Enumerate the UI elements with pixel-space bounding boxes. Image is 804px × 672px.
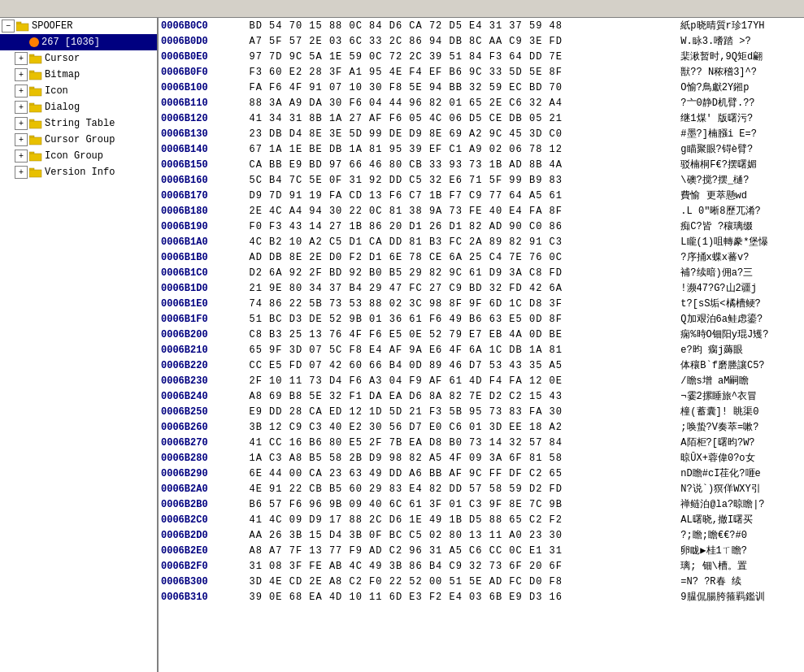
hex-bytes: 4C B2 10 A2 C5 D1 CA DD 81 B3 FC 2A 89 8… [246, 234, 678, 249]
hex-addr: 0006B1C0 [159, 265, 246, 280]
hex-addr: 0006B2C0 [159, 512, 246, 527]
hex-bytes: 2F 10 11 73 D4 F6 A3 04 F9 AF 61 4D F4 F… [246, 373, 678, 388]
hex-text: 橦(蓄囊]! 眺渠0 [678, 404, 804, 419]
hex-row[interactable]: 0006B11088 3A A9 DA 30 F6 04 44 96 82 01… [159, 95, 804, 111]
menu-action[interactable] [42, 7, 55, 11]
hex-row[interactable]: 0006B220CC E5 FD 07 42 60 66 B4 0D 89 46… [159, 358, 804, 373]
menu-edit[interactable] [16, 7, 29, 11]
hex-text: \礇?搅?摆_樋? [678, 172, 804, 188]
hex-row[interactable]: 0006B1B0AD DB 8E 2E D0 F2 D1 6E 78 CE 6A… [159, 249, 804, 265]
hex-row[interactable]: 0006B200C8 B3 25 13 76 4F F6 E5 0E 52 79… [159, 327, 804, 342]
hex-row[interactable]: 0006B2E0A8 A7 7F 13 77 F9 AD C2 96 31 A5… [159, 543, 804, 558]
hex-bytes: 2E 4C A4 94 30 22 0C 81 38 9A 73 FE 40 E… [246, 203, 678, 219]
hex-row[interactable]: 0006B31039 0E 68 EA 4D 10 11 6D E3 F2 E4… [159, 589, 804, 605]
hex-row[interactable]: 0006B0D0A7 5F 57 2E 03 6C 33 2C 86 94 DB… [159, 33, 804, 49]
hex-row[interactable]: 0006B13023 DB D4 8E 3E 5D 99 DE D9 8E 69… [159, 126, 804, 141]
hex-addr: 0006B220 [159, 358, 246, 373]
tree-expander-bitmap[interactable] [15, 68, 28, 81]
tree-expander-cursor[interactable] [15, 52, 28, 65]
hex-row[interactable]: 0006B1F051 BC D3 DE 52 9B 01 36 61 F6 49… [159, 311, 804, 327]
hex-addr: 0006B1A0 [159, 234, 246, 249]
svg-rect-11 [29, 121, 41, 128]
folder-icon-cursor [29, 53, 42, 64]
svg-rect-3 [29, 56, 41, 63]
hex-row[interactable]: 0006B0C0BD 54 70 15 88 0C 84 D6 CA 72 D5… [159, 18, 804, 33]
tree-expander-version-info[interactable] [15, 166, 28, 179]
hex-table-container[interactable]: 0006B0C0BD 54 70 15 88 0C 84 D6 CA 72 D5… [159, 18, 804, 672]
hex-bytes: F0 F3 43 14 27 1B 86 20 D1 26 D1 82 AD 9… [246, 219, 678, 234]
hex-table: 0006B0C0BD 54 70 15 88 0C 84 D6 CA 72 D5… [159, 18, 804, 605]
tree-node-icon[interactable]: Icon [0, 83, 157, 99]
svg-rect-13 [29, 137, 41, 145]
hex-row[interactable]: 0006B2D0AA 26 3B 15 D4 3B 0F BC C5 02 80… [159, 527, 804, 543]
tree-label-icon: Icon [45, 85, 68, 97]
hex-row[interactable]: 0006B2302F 10 11 73 D4 F6 A3 04 F9 AF 61… [159, 373, 804, 388]
hex-addr: 0006B130 [159, 126, 246, 141]
hex-row[interactable]: 0006B170D9 7D 91 19 FA CD 13 F6 C7 1B F7… [159, 188, 804, 203]
svg-rect-1 [16, 24, 28, 31]
hex-row[interactable]: 0006B240A8 69 B8 5E 32 F1 DA EA D6 8A 82… [159, 388, 804, 404]
hex-row[interactable]: 0006B1802E 4C A4 94 30 22 0C 81 38 9A 73… [159, 203, 804, 219]
hex-addr: 0006B1D0 [159, 280, 246, 296]
tree-expander-dialog[interactable] [15, 101, 28, 114]
hex-text: 9腽侃腸胯箍羁鑑训 [678, 589, 804, 605]
hex-row[interactable]: 0006B2C041 4C 09 D9 17 88 2C D6 1E 49 1B… [159, 512, 804, 527]
folder-icon-icon [29, 85, 42, 97]
hex-addr: 0006B150 [159, 157, 246, 172]
hex-text: 继1煤' 版曙污? [678, 111, 804, 126]
tree-node-cursor[interactable]: Cursor [0, 50, 157, 67]
tree-expander-spoofer[interactable] [2, 20, 15, 33]
tree-node-267[interactable]: 267 [1036] [0, 34, 157, 50]
hex-row[interactable]: 0006B190F0 F3 43 14 27 1B 86 20 D1 26 D1… [159, 219, 804, 234]
tree-expander-cursor-group[interactable] [15, 133, 28, 146]
hex-row[interactable]: 0006B1605C B4 7C 5E 0F 31 92 DD C5 32 E6… [159, 172, 804, 188]
hex-row[interactable]: 0006B100FA F6 4F 91 07 10 30 F8 5E 94 BB… [159, 80, 804, 95]
hex-row[interactable]: 0006B2906E 44 00 CA 23 63 49 DD A6 BB AF… [159, 466, 804, 481]
tree-node-version-info[interactable]: Version Info [0, 164, 157, 180]
hex-text: 卵眬▶桂1ㄒ瞻? [678, 543, 804, 558]
hex-text: 晾ŪX+蓉偉0?o女 [678, 450, 804, 466]
hex-bytes: D2 6A 92 2F BD 92 B0 B5 29 82 9C 61 D9 3… [246, 265, 678, 280]
tree-expander-string-table[interactable] [15, 117, 28, 130]
tree-node-spoofer[interactable]: SPOOFER [0, 18, 157, 34]
hex-row[interactable]: 0006B1E074 86 22 5B 73 53 88 02 3C 98 8F… [159, 296, 804, 311]
hex-addr: 0006B1E0 [159, 296, 246, 311]
hex-row[interactable]: 0006B2F031 08 3F FE AB 4C 49 3B 86 B4 C9… [159, 558, 804, 574]
hex-text: 費愉 更萃懸wd [678, 188, 804, 203]
tree-label-267: 267 [1036] [41, 37, 100, 48]
hex-row[interactable]: 0006B3003D 4E CD 2E A8 C2 F0 22 52 00 51… [159, 574, 804, 589]
tree-node-cursor-group[interactable]: Cursor Group [0, 132, 157, 148]
hex-row[interactable]: 0006B250E9 DD 28 CA ED 12 1D 5D 21 F3 5B… [159, 404, 804, 419]
hex-bytes: B6 57 F6 96 9B 09 40 6C 61 3F 01 C3 9F 8… [246, 496, 678, 512]
tree-node-bitmap[interactable]: Bitmap [0, 67, 157, 83]
hex-row[interactable]: 0006B2603B 12 C9 C3 40 E2 30 56 D7 E0 C6… [159, 419, 804, 435]
hex-row[interactable]: 0006B27041 CC 16 B6 80 E5 2F 7B EA D8 B0… [159, 435, 804, 450]
tree-label-spoofer: SPOOFER [32, 20, 72, 32]
hex-row[interactable]: 0006B0E097 7D 9C 5A 1E 59 0C 72 2C 39 51… [159, 49, 804, 64]
hex-row[interactable]: 0006B1D021 9E 80 34 37 B4 29 47 FC 27 C9… [159, 280, 804, 296]
hex-bytes: 23 DB D4 8E 3E 5D 99 DE D9 8E 69 A2 9C 4… [246, 126, 678, 141]
tree-panel[interactable]: SPOOFER267 [1036]CursorBitmapIconDialogS… [0, 18, 159, 672]
hex-row[interactable]: 0006B2B0B6 57 F6 96 9B 09 40 6C 61 3F 01… [159, 496, 804, 512]
hex-row[interactable]: 0006B12041 34 31 8B 1A 27 AF F6 05 4C 06… [159, 111, 804, 126]
tree-node-string-table[interactable]: String Table [0, 115, 157, 132]
tree-expander-icon-group[interactable] [15, 150, 28, 163]
menu-file[interactable] [3, 7, 16, 11]
tree-node-icon-group[interactable]: Icon Group [0, 148, 157, 164]
hex-row[interactable]: 0006B2A04E 91 22 CB B5 60 29 83 E4 82 DD… [159, 481, 804, 496]
tree-expander-icon[interactable] [15, 85, 28, 98]
hex-text: ?序捅x蝶x蕃v? [678, 249, 804, 265]
hex-addr: 0006B140 [159, 141, 246, 157]
hex-row[interactable]: 0006B1A04C B2 10 A2 C5 D1 CA DD 81 B3 FC… [159, 234, 804, 249]
hex-row[interactable]: 0006B1C0D2 6A 92 2F BD 92 B0 B5 29 82 9C… [159, 265, 804, 280]
hex-row[interactable]: 0006B0F0F3 60 E2 28 3F A1 95 4E F4 EF B6… [159, 64, 804, 80]
hex-row[interactable]: 0006B21065 9F 3D 07 5C F8 E4 AF 9A E6 4F… [159, 342, 804, 358]
tree-node-dialog[interactable]: Dialog [0, 99, 157, 115]
hex-row[interactable]: 0006B2801A C3 A8 B5 58 2B D9 98 82 A5 4F… [159, 450, 804, 466]
menu-help[interactable] [55, 7, 68, 11]
hex-row[interactable]: 0006B14067 1A 1E BE DB 1A 81 95 39 EF C1… [159, 141, 804, 157]
menu-view[interactable] [29, 7, 42, 11]
hex-row[interactable]: 0006B150CA BB E9 BD 97 66 46 80 CB 33 93… [159, 157, 804, 172]
hex-text: N?说`)猽佯WXY引 [678, 481, 804, 496]
hex-text: #墨?]楠膙i E=? [678, 126, 804, 141]
